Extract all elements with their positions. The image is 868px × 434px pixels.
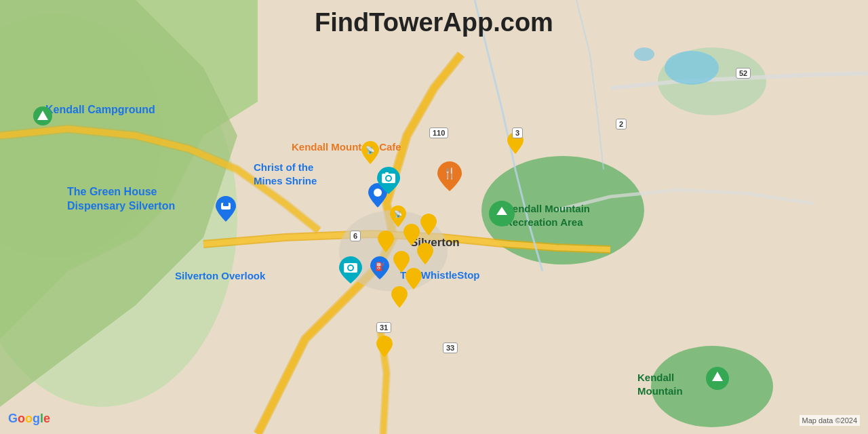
fuel-pin[interactable]: ⛽: [370, 256, 389, 282]
tower-pin-9[interactable]: [391, 286, 408, 311]
svg-text:🍴: 🍴: [443, 167, 456, 180]
route-31: 31: [376, 322, 391, 333]
greenhouse-pin[interactable]: [216, 196, 236, 224]
svg-rect-14: [223, 203, 229, 206]
svg-point-25: [349, 266, 353, 270]
route-33: 33: [443, 342, 458, 353]
svg-point-8: [665, 51, 719, 85]
tower-pin-5[interactable]: [378, 231, 394, 255]
tower-pin-6[interactable]: [417, 243, 433, 267]
kendall-mountain-pin[interactable]: [705, 366, 730, 393]
route-3: 3: [512, 127, 523, 138]
svg-rect-19: [385, 172, 389, 174]
route-2: 2: [616, 119, 627, 130]
svg-text:📡: 📡: [366, 145, 375, 155]
route-110: 110: [429, 127, 448, 138]
route-6: 6: [350, 231, 361, 241]
svg-text:📡: 📡: [394, 210, 403, 218]
map-container[interactable]: FindTowerApp.com 110 3 2 52 6 31 33 Kend…: [0, 0, 868, 434]
kendall-rec-pin[interactable]: [488, 200, 515, 230]
svg-point-9: [634, 47, 654, 61]
tower-pin-10[interactable]: [376, 336, 393, 360]
route-52: 52: [736, 68, 751, 79]
tower-pin-1[interactable]: 📡: [361, 141, 379, 167]
google-watermark: Google: [8, 412, 50, 426]
camera-pin-shrine[interactable]: [377, 167, 400, 197]
campground-pin[interactable]: [32, 105, 54, 130]
svg-text:⛽: ⛽: [375, 261, 385, 271]
camera-pin-overlook[interactable]: [339, 256, 362, 286]
tower-pin-8[interactable]: [406, 268, 422, 292]
restaurant-pin-cafe[interactable]: 🍴: [437, 161, 462, 194]
map-title: FindTowerApp.com: [315, 8, 553, 37]
tower-pin-3[interactable]: [420, 214, 437, 238]
svg-point-18: [387, 176, 391, 180]
map-data-label: Map data ©2024: [800, 415, 861, 426]
